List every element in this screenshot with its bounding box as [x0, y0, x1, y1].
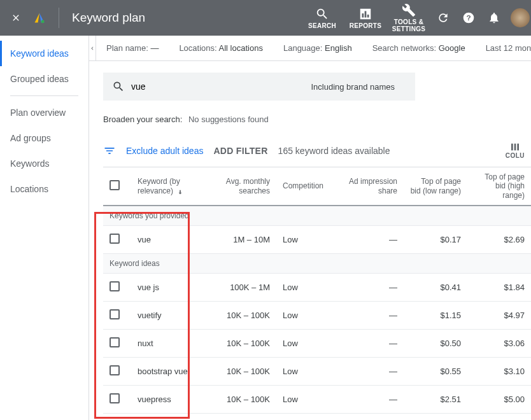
cell-high-bid: $3.06: [467, 330, 531, 358]
cell-competition: Low: [276, 226, 337, 254]
top-action-label: REPORTS: [350, 22, 381, 29]
col-label: Competition: [283, 181, 323, 190]
cell-keyword[interactable]: bootstrap vue: [131, 358, 208, 386]
ideas-count: 165 keyword ideas available: [278, 146, 390, 156]
cell-high-bid: $5.00: [467, 386, 531, 414]
bc-daterange[interactable]: Last 12 mon: [476, 43, 531, 53]
top-action-tools[interactable]: TOOLS & SETTINGS: [387, 3, 430, 32]
section-row: Keyword ideas: [103, 254, 531, 274]
brand-names-toggle[interactable]: Including brand names: [311, 82, 406, 92]
cell-high-bid: $4.97: [467, 302, 531, 330]
sidebar-item-label: Keywords: [10, 158, 49, 169]
bc-label: Plan name:: [106, 43, 148, 53]
help-icon: ?: [462, 11, 475, 24]
sidebar-item-label: Locations: [10, 184, 48, 194]
cell-keyword[interactable]: vue: [131, 226, 208, 254]
breadcrumb: Plan name: — Locations: All locations La…: [89, 36, 531, 61]
bc-value: English: [325, 43, 352, 53]
close-icon[interactable]: [9, 11, 23, 25]
col-low-bid[interactable]: Top of page bid (low range): [404, 167, 467, 206]
col-searches[interactable]: Avg. monthly searches: [208, 167, 276, 206]
col-keyword[interactable]: Keyword (by relevance): [131, 167, 208, 206]
back-button[interactable]: [89, 36, 96, 61]
columns-button[interactable]: COLU: [506, 142, 525, 159]
sidebar-item-keyword-ideas[interactable]: Keyword ideas: [0, 41, 88, 66]
bell-icon: [488, 11, 500, 24]
cell-keyword[interactable]: vue js: [131, 274, 208, 302]
cell-impression: —: [337, 226, 404, 254]
svg-rect-8: [517, 144, 519, 151]
top-action-search[interactable]: SEARCH: [301, 7, 344, 29]
row-checkbox[interactable]: [110, 365, 120, 375]
columns-label: COLU: [506, 152, 525, 159]
bc-locations[interactable]: Locations: All locations: [169, 43, 273, 53]
cell-low-bid: $0.41: [404, 274, 467, 302]
notifications-button[interactable]: [481, 5, 507, 31]
row-checkbox[interactable]: [110, 234, 120, 244]
bc-language[interactable]: Language: English: [273, 43, 362, 53]
svg-rect-6: [511, 144, 513, 151]
sidebar-item-locations[interactable]: Locations: [0, 176, 88, 202]
filter-icon[interactable]: [103, 144, 116, 157]
bc-value: Last 12 mon: [486, 43, 531, 53]
bc-networks[interactable]: Search networks: Google: [362, 43, 476, 53]
col-label: Ad impression share: [349, 177, 397, 195]
section-row: Keywords you provided: [103, 206, 531, 226]
bc-value: All locations: [219, 43, 263, 53]
exclude-adult-link[interactable]: Exclude adult ideas: [126, 146, 203, 156]
col-impression[interactable]: Ad impression share: [337, 167, 404, 206]
refresh-button[interactable]: [430, 5, 456, 31]
col-label: Avg. monthly searches: [226, 177, 270, 195]
row-checkbox[interactable]: [110, 281, 120, 291]
refresh-icon: [437, 11, 450, 24]
bc-plan-name[interactable]: Plan name: —: [96, 43, 169, 53]
add-filter-button[interactable]: ADD FILTER: [213, 146, 267, 156]
sidebar-item-grouped-ideas[interactable]: Grouped ideas: [0, 66, 88, 92]
keyword-input[interactable]: [131, 81, 304, 92]
cell-keyword[interactable]: vuetify: [131, 302, 208, 330]
avatar[interactable]: [511, 8, 530, 27]
row-checkbox[interactable]: [110, 393, 120, 403]
table-row: nuxt10K – 100KLow—$0.50$3.06: [103, 330, 531, 358]
sidebar-item-label: Ad groups: [10, 133, 51, 143]
columns-icon: [509, 142, 521, 152]
table-row: bootstrap vue10K – 100KLow—$0.55$3.10: [103, 358, 531, 386]
chevron-left-icon: [89, 44, 96, 53]
col-competition[interactable]: Competition: [276, 167, 337, 206]
bc-label: Search networks:: [372, 43, 436, 53]
cell-high-bid: $2.69: [467, 226, 531, 254]
bc-label: Locations:: [179, 43, 216, 53]
col-high-bid[interactable]: Top of page bid (high range): [467, 167, 531, 206]
broaden-label: Broaden your search:: [103, 115, 182, 124]
select-all-checkbox[interactable]: [110, 180, 120, 190]
top-action-reports[interactable]: REPORTS: [344, 7, 387, 29]
divider: [10, 95, 78, 96]
top-bar: Keyword plan SEARCH REPORTS TOOLS & SETT…: [0, 0, 531, 36]
broaden-row: Broaden your search: No suggestions foun…: [103, 115, 531, 124]
svg-rect-2: [365, 11, 367, 17]
sidebar: Keyword ideas Grouped ideas Plan overvie…: [0, 36, 89, 420]
sidebar-item-ad-groups[interactable]: Ad groups: [0, 125, 88, 151]
top-action-label: SEARCH: [308, 22, 336, 29]
wrench-icon: [402, 3, 416, 17]
cell-searches: 100K – 1M: [208, 274, 276, 302]
col-label: Keyword (by relevance): [138, 177, 180, 195]
sidebar-item-plan-overview[interactable]: Plan overview: [0, 100, 88, 125]
cell-searches: 10K – 100K: [208, 330, 276, 358]
search-icon: [112, 80, 125, 93]
cell-impression: —: [337, 386, 404, 414]
cell-low-bid: $1.15: [404, 302, 467, 330]
help-button[interactable]: ?: [456, 5, 481, 31]
page-title: Keyword plan: [72, 11, 145, 25]
divider: [59, 8, 59, 28]
row-checkbox[interactable]: [110, 337, 120, 347]
cell-competition: Low: [276, 386, 337, 414]
logo-icon: [33, 11, 46, 24]
row-checkbox[interactable]: [110, 309, 120, 319]
sidebar-item-keywords[interactable]: Keywords: [0, 151, 88, 176]
bc-value: —: [150, 43, 159, 53]
col-label: Top of page bid (low range): [411, 177, 461, 195]
cell-impression: —: [337, 330, 404, 358]
cell-keyword[interactable]: nuxt: [131, 330, 208, 358]
cell-keyword[interactable]: vuepress: [131, 386, 208, 414]
